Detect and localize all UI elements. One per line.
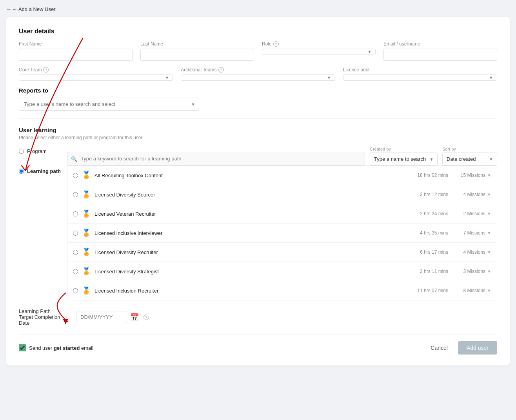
email-input[interactable] <box>383 49 497 61</box>
list-item-missions: 4 Missions ▼ <box>452 192 491 197</box>
list-item-badge-icon: 🏅 <box>82 229 91 237</box>
list-item-name: Licensed Inclusive Interviewer <box>94 230 405 236</box>
list-item-duration: 11 hrs 07 mins <box>409 288 448 293</box>
additional-teams-help-icon[interactable]: ? <box>218 67 224 73</box>
program-radio-label: Program <box>27 148 47 154</box>
list-item-badge-icon: 🏅 <box>82 267 91 276</box>
list-item-missions: 2 Missions ▼ <box>452 211 491 216</box>
role-help-icon[interactable]: ? <box>273 41 279 47</box>
list-item-radio-1[interactable] <box>73 192 78 197</box>
send-email-checkbox-group: Send user get started email <box>19 344 93 351</box>
search-box: 🔍 <box>67 152 365 165</box>
list-item-name: Licensed Diversity Strategist <box>94 269 405 275</box>
list-item-radio-6[interactable] <box>73 288 78 293</box>
additional-teams-select-wrapper: ▼ <box>181 75 335 81</box>
list-item-missions: 15 Missions ▼ <box>452 173 491 178</box>
learning-path-radio-label: Learning path <box>27 168 61 174</box>
list-item-duration: 18 hrs 02 mins <box>409 173 448 178</box>
user-learning-subtitle: Please select either a learning path or … <box>19 135 497 140</box>
learning-main-content: 🔍 Created by Type a name to search ▼ <box>67 147 497 300</box>
footer-bar: Send user get started email Cancel Add u… <box>19 335 497 355</box>
cancel-button[interactable]: Cancel <box>425 342 453 354</box>
send-email-label: Send user get started email <box>29 345 93 351</box>
completion-date-section: Learning PathTarget CompletionDate 📅 ? <box>19 308 497 326</box>
sort-by-filter-group: Sort by Date created Alphabetical Durati… <box>442 147 497 165</box>
first-name-input[interactable] <box>19 49 133 61</box>
additional-teams-chevron-icon: ▼ <box>327 75 331 80</box>
sort-by-select[interactable]: Date created Alphabetical Duration <box>442 153 497 165</box>
list-item-radio-2[interactable] <box>73 211 78 216</box>
completion-date-help-icon[interactable]: ? <box>144 315 149 320</box>
additional-teams-group: Additional Teams ? ▼ <box>181 67 335 81</box>
created-by-filter-group: Created by Type a name to search ▼ <box>370 147 438 165</box>
role-label: Role ? <box>262 41 376 47</box>
list-item-radio-5[interactable] <box>73 269 78 274</box>
list-item-radio-3[interactable] <box>73 231 78 236</box>
first-name-label: First Name <box>19 41 133 47</box>
list-item[interactable]: 🏅 Licensed Diversity Sourcer 3 hrs 12 mi… <box>67 185 497 204</box>
back-arrow-icon: ← <box>6 6 11 12</box>
list-item-missions: 4 Missions ▼ <box>452 249 491 255</box>
core-team-select-wrapper: ▼ <box>19 75 173 81</box>
date-input[interactable] <box>76 311 127 323</box>
core-team-chevron-icon: ▼ <box>165 75 169 80</box>
learning-path-radio[interactable] <box>19 169 24 174</box>
section-divider <box>19 118 497 119</box>
licence-pool-label: Licence pool <box>343 67 497 73</box>
list-item-radio-0[interactable] <box>73 173 78 178</box>
learning-search-input[interactable] <box>67 152 365 165</box>
core-team-label: Core Team ? <box>19 67 173 73</box>
learning-path-radio-option[interactable]: Learning path <box>19 168 61 174</box>
list-item[interactable]: 🏅 Licensed Diversity Recruiter 6 hrs 17 … <box>67 243 497 262</box>
search-filters-bar: 🔍 Created by Type a name to search ▼ <box>67 147 497 165</box>
email-group: Email / username <box>383 41 497 61</box>
search-icon: 🔍 <box>71 156 77 162</box>
list-item-name: Licensed Diversity Recruiter <box>94 249 405 255</box>
user-details-row-2: Core Team ? ▼ Additional Teams ? <box>19 67 497 81</box>
missions-chevron-icon: ▼ <box>487 173 491 178</box>
list-item[interactable]: 🏅 Licensed Inclusion Recruiter 11 hrs 07… <box>67 281 497 300</box>
list-item-duration: 6 hrs 17 mins <box>409 249 448 255</box>
send-email-checkbox[interactable] <box>19 344 26 351</box>
learning-radio-column: Program Learning path <box>19 147 61 300</box>
list-item-badge-icon: 🏅 <box>82 171 91 180</box>
created-by-label: Created by <box>370 147 438 151</box>
additional-teams-select[interactable]: ▼ <box>181 75 335 81</box>
core-team-help-icon[interactable]: ? <box>43 67 49 73</box>
list-item[interactable]: 🏅 Licensed Diversity Strategist 2 hrs 11… <box>67 262 497 281</box>
list-item-name: Licensed Diversity Sourcer <box>94 192 405 198</box>
list-item[interactable]: 🏅 All Recruiting Toolbox Content 18 hrs … <box>67 166 497 185</box>
list-item-radio-4[interactable] <box>73 250 78 255</box>
reports-to-input[interactable] <box>19 98 199 111</box>
list-item-name: Licensed Veteran Recruiter <box>94 211 405 217</box>
calendar-icon[interactable]: 📅 <box>130 313 139 322</box>
created-by-select-wrapper: Type a name to search ▼ <box>370 153 438 165</box>
list-item-missions: 8 Missions ▼ <box>452 288 491 293</box>
back-navigation[interactable]: ← ← Add a New User <box>6 6 510 12</box>
program-radio-option[interactable]: Program <box>19 148 61 154</box>
list-item-name: Licensed Inclusion Recruiter <box>94 288 405 294</box>
sort-by-label: Sort by <box>442 147 497 151</box>
reports-to-section: Reports to ▼ <box>19 87 497 111</box>
user-learning-section: User learning Please select either a lea… <box>19 127 497 300</box>
last-name-input[interactable] <box>140 49 254 61</box>
program-radio[interactable] <box>19 149 24 154</box>
completion-date-label: Learning PathTarget CompletionDate <box>19 308 70 326</box>
role-select-wrapper: ▼ <box>262 49 376 55</box>
core-team-select[interactable]: ▼ <box>19 75 173 81</box>
created-by-select[interactable]: Type a name to search <box>370 153 438 165</box>
list-item-duration: 2 hrs 24 mins <box>409 211 448 216</box>
licence-pool-chevron-icon: ▼ <box>489 75 493 80</box>
list-item-missions: 3 Missions ▼ <box>452 269 491 274</box>
first-name-group: First Name <box>19 41 133 61</box>
role-select[interactable]: ▼ <box>262 49 376 55</box>
back-nav-label: ← Add a New User <box>12 6 56 12</box>
licence-pool-select[interactable]: ▼ <box>343 75 497 81</box>
email-label: Email / username <box>383 41 497 47</box>
reports-to-title: Reports to <box>19 87 497 94</box>
list-item[interactable]: 🏅 Licensed Veteran Recruiter 2 hrs 24 mi… <box>67 204 497 224</box>
licence-pool-select-wrapper: ▼ <box>343 75 497 81</box>
licence-pool-group: Licence pool ▼ <box>343 67 497 81</box>
list-item[interactable]: 🏅 Licensed Inclusive Interviewer 4 hrs 3… <box>67 224 497 243</box>
add-user-button[interactable]: Add user <box>458 341 497 355</box>
